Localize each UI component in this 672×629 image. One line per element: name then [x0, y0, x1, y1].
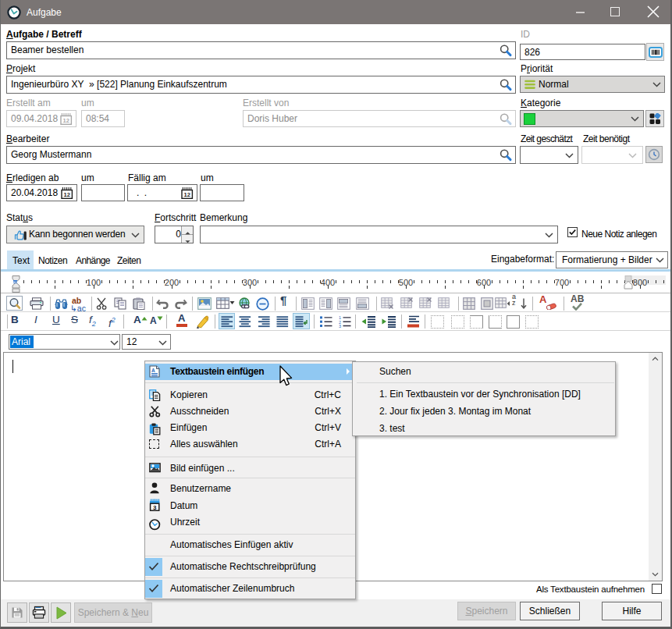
svg-text:12: 12 — [184, 191, 190, 198]
svg-text:12: 12 — [64, 191, 70, 198]
svg-text:3: 3 — [153, 504, 157, 511]
svg-text:A: A — [151, 368, 155, 373]
svg-text:12: 12 — [63, 117, 69, 124]
svg-text:3: 3 — [339, 324, 341, 328]
